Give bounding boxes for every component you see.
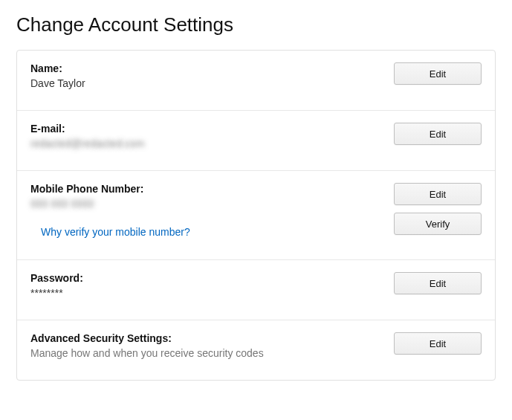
password-edit-button[interactable]: Edit — [394, 272, 482, 294]
page-title: Change Account Settings — [16, 13, 496, 36]
advanced-security-edit-button[interactable]: Edit — [394, 332, 482, 355]
email-value: redacted@redacted.com — [30, 138, 379, 149]
email-info: E-mail: redacted@redacted.com — [30, 123, 394, 149]
name-value: Dave Taylor — [30, 77, 379, 89]
name-edit-button[interactable]: Edit — [394, 62, 482, 85]
settings-panel: Name: Dave Taylor Edit E-mail: redacted@… — [16, 50, 496, 381]
mobile-info: Mobile Phone Number: 000 000 0000 Why ve… — [30, 183, 394, 239]
email-edit-button[interactable]: Edit — [394, 123, 482, 145]
email-row: E-mail: redacted@redacted.com Edit — [17, 111, 495, 171]
password-info: Password: ******** — [30, 272, 394, 299]
advanced-security-subtext: Manage how and when you receive security… — [30, 347, 379, 359]
advanced-security-label: Advanced Security Settings: — [30, 332, 379, 344]
verify-mobile-link[interactable]: Why verify your mobile number? — [41, 226, 190, 238]
password-label: Password: — [30, 272, 379, 284]
password-value: ******** — [30, 287, 379, 299]
mobile-edit-button[interactable]: Edit — [394, 183, 482, 205]
mobile-row: Mobile Phone Number: 000 000 0000 Why ve… — [17, 171, 495, 260]
mobile-verify-button[interactable]: Verify — [394, 213, 482, 235]
email-label: E-mail: — [30, 123, 379, 135]
name-row: Name: Dave Taylor Edit — [17, 51, 495, 111]
mobile-value: 000 000 0000 — [30, 198, 379, 210]
password-row: Password: ******** Edit — [17, 260, 495, 320]
advanced-security-info: Advanced Security Settings: Manage how a… — [30, 332, 394, 359]
mobile-label: Mobile Phone Number: — [30, 183, 379, 195]
name-label: Name: — [30, 62, 379, 74]
advanced-security-row: Advanced Security Settings: Manage how a… — [17, 320, 495, 380]
name-info: Name: Dave Taylor — [30, 62, 394, 89]
